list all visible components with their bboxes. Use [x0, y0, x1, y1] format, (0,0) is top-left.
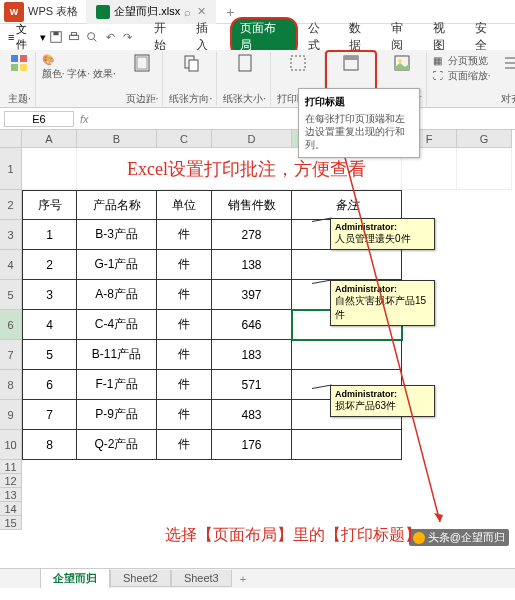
header-note[interactable]: 备注 — [292, 190, 402, 220]
header-qty[interactable]: 销售件数 — [212, 190, 292, 220]
cell[interactable]: 483 — [212, 400, 292, 430]
svg-rect-2 — [70, 35, 79, 39]
cell[interactable]: Q-2产品 — [77, 430, 157, 460]
cell[interactable]: 件 — [157, 280, 212, 310]
ribbon-orientation[interactable]: 纸张方向· — [165, 52, 217, 106]
col-header-B[interactable]: B — [77, 130, 157, 148]
row-header-13[interactable]: 13 — [0, 488, 22, 502]
header-unit[interactable]: 单位 — [157, 190, 212, 220]
qat-undo-icon[interactable]: ↶ — [102, 29, 118, 45]
ribbon-font-group[interactable]: 🎨 颜色· 字体· 效果· — [38, 52, 120, 83]
row-header-15[interactable]: 15 — [0, 516, 22, 530]
cell[interactable] — [292, 430, 402, 460]
svg-point-4 — [88, 33, 95, 40]
cell[interactable]: 件 — [157, 310, 212, 340]
comment-box[interactable]: Administrator: 自然灾害损坏产品15件 — [330, 280, 435, 326]
header-name[interactable]: 产品名称 — [77, 190, 157, 220]
formula-bar: fx — [0, 108, 515, 130]
ribbon-size[interactable]: 纸张大小· — [219, 52, 271, 106]
cell[interactable]: P-9产品 — [77, 400, 157, 430]
comment-box[interactable]: Administrator: 损坏产品63件 — [330, 385, 435, 417]
qat-preview-icon[interactable] — [84, 29, 100, 45]
row-header-9[interactable]: 9 — [0, 400, 22, 430]
row-header-12[interactable]: 12 — [0, 474, 22, 488]
cell[interactable]: 176 — [212, 430, 292, 460]
qat-redo-icon[interactable]: ↷ — [120, 29, 136, 45]
ribbon-align[interactable]: 对齐· — [497, 52, 515, 106]
row-header-8[interactable]: 8 — [0, 370, 22, 400]
cell[interactable]: 件 — [157, 370, 212, 400]
row-header-6[interactable]: 6 — [0, 310, 22, 340]
cell[interactable]: 6 — [22, 370, 77, 400]
cell[interactable]: 397 — [212, 280, 292, 310]
sheet-tab[interactable]: Sheet2 — [110, 570, 171, 587]
name-box[interactable] — [4, 111, 74, 127]
row-header-14[interactable]: 14 — [0, 502, 22, 516]
menu-bar: ≡ 文件 ▾ ↶ ↷ 开始 插入 页面布局 公式 数据 审阅 视图 安全 — [0, 24, 515, 50]
cell[interactable]: 5 — [22, 340, 77, 370]
cell[interactable]: 7 — [22, 400, 77, 430]
search-icon[interactable]: ⌕ — [184, 6, 191, 18]
row-header-5[interactable]: 5 — [0, 280, 22, 310]
cell[interactable]: 646 — [212, 310, 292, 340]
cell[interactable]: F-1产品 — [77, 370, 157, 400]
ribbon-theme-group[interactable]: 主题· — [4, 52, 36, 106]
sheet-tab-active[interactable]: 企望而归 — [40, 569, 110, 589]
svg-rect-15 — [291, 56, 305, 70]
add-sheet-button[interactable]: + — [232, 573, 254, 585]
header-seq[interactable]: 序号 — [22, 190, 77, 220]
qat-save-icon[interactable] — [48, 29, 64, 45]
svg-line-5 — [94, 39, 97, 42]
col-header-A[interactable]: A — [22, 130, 77, 148]
row-header-11[interactable]: 11 — [0, 460, 22, 474]
cell[interactable]: 138 — [212, 250, 292, 280]
row-header-2[interactable]: 2 — [0, 190, 22, 220]
qat-print-icon[interactable] — [66, 29, 82, 45]
row-header-4[interactable]: 4 — [0, 250, 22, 280]
sheet-tab[interactable]: Sheet3 — [171, 570, 232, 587]
col-header-C[interactable]: C — [157, 130, 212, 148]
worksheet[interactable]: A B C D E F G 1 2 3 4 5 6 7 8 9 10 11 12… — [0, 130, 515, 568]
cell[interactable]: 571 — [212, 370, 292, 400]
cell[interactable]: C-4产品 — [77, 310, 157, 340]
cell[interactable]: B-11产品 — [77, 340, 157, 370]
col-header-G[interactable]: G — [457, 130, 512, 148]
row-header-3[interactable]: 3 — [0, 220, 22, 250]
svg-rect-6 — [11, 55, 18, 62]
cell[interactable]: 8 — [22, 430, 77, 460]
printtitle-icon — [340, 52, 362, 74]
fx-icon[interactable]: fx — [80, 113, 89, 125]
cell[interactable] — [457, 148, 512, 190]
cell[interactable] — [292, 340, 402, 370]
cell[interactable]: 3 — [22, 280, 77, 310]
cell[interactable] — [292, 250, 402, 280]
xlsx-icon — [96, 5, 110, 19]
cell[interactable]: 4 — [22, 310, 77, 340]
cell[interactable]: A-8产品 — [77, 280, 157, 310]
row-header-10[interactable]: 10 — [0, 430, 22, 460]
row-header-7[interactable]: 7 — [0, 340, 22, 370]
comment-box[interactable]: Administrator: 人员管理遗失0件 — [330, 218, 435, 250]
cell[interactable]: 件 — [157, 250, 212, 280]
cell[interactable]: G-1产品 — [77, 250, 157, 280]
file-menu[interactable]: ≡ 文件 ▾ — [8, 22, 46, 52]
app-name: WPS 表格 — [28, 4, 78, 19]
cell[interactable]: 件 — [157, 400, 212, 430]
col-header-D[interactable]: D — [212, 130, 292, 148]
cell[interactable]: 183 — [212, 340, 292, 370]
select-all-corner[interactable] — [0, 130, 22, 148]
cell[interactable]: 件 — [157, 220, 212, 250]
row-header-1[interactable]: 1 — [0, 148, 22, 190]
svg-rect-9 — [20, 64, 27, 71]
ribbon-pageview-group[interactable]: ▦分页预览 ⛶页面缩放· — [429, 52, 495, 85]
cell[interactable]: B-3产品 — [77, 220, 157, 250]
svg-rect-8 — [11, 64, 18, 71]
cell[interactable]: 1 — [22, 220, 77, 250]
cell[interactable] — [22, 148, 77, 190]
ribbon-margin[interactable]: 页边距· — [122, 52, 164, 106]
cell[interactable]: 2 — [22, 250, 77, 280]
cell[interactable]: 件 — [157, 430, 212, 460]
cell[interactable]: 278 — [212, 220, 292, 250]
svg-marker-24 — [434, 513, 443, 522]
cell[interactable]: 件 — [157, 340, 212, 370]
